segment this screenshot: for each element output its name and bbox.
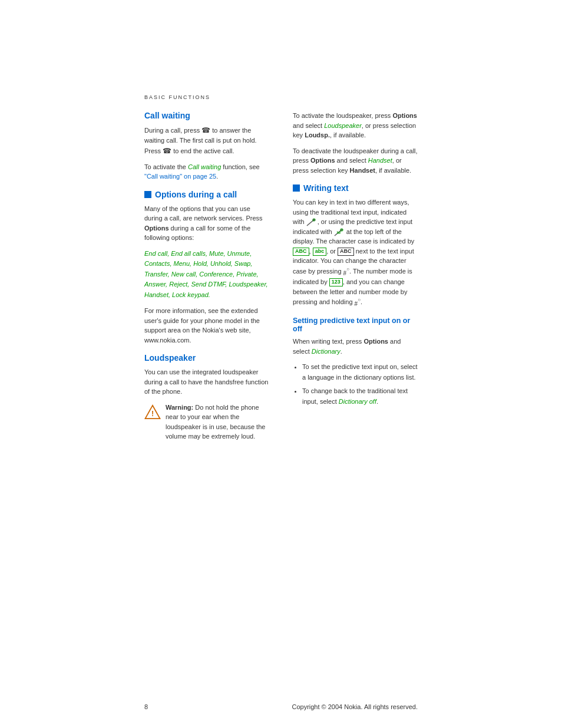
options-during-call-heading: Options during a call	[144, 190, 269, 199]
call-waiting-link[interactable]: Call waiting	[188, 163, 221, 170]
num-indicator: 123	[329, 278, 343, 286]
warning-box: ! Warning: Do not hold the phone near to…	[144, 403, 269, 442]
loudspeaker-continued-section: To activate the loudspeaker, press Optio…	[293, 111, 418, 175]
blue-square-icon	[144, 191, 151, 198]
copyright-text: Copyright © 2004 Nokia. All rights reser…	[292, 703, 418, 710]
dictionary-off-link[interactable]: Dictionary off	[339, 398, 376, 405]
options-bold-right2: Options	[310, 157, 335, 164]
traditional-input-icon	[306, 218, 316, 226]
call-waiting-section: Call waiting During a call, press ☎ to a…	[144, 111, 269, 182]
options-bold: Options	[144, 225, 169, 232]
see-link[interactable]: "Call waiting" on page 25	[144, 173, 216, 180]
loudspeaker-section: Loudspeaker You can use the integrated l…	[144, 353, 269, 442]
handset-link[interactable]: Handset	[368, 157, 392, 164]
call-waiting-para2: To activate the Call waiting function, s…	[144, 162, 269, 182]
predictive-bullet-list: To set the predictive text input on, sel…	[293, 362, 418, 407]
options-para2: For more information, see the extended u…	[144, 306, 269, 345]
loudspeaker-cont-para2: To deactivate the loudspeaker during a c…	[293, 146, 418, 176]
two-col-layout: Call waiting During a call, press ☎ to a…	[0, 111, 562, 693]
content-area: Basic functions Call waiting During a ca…	[0, 94, 562, 693]
char-abc-upper: ABC	[293, 248, 309, 256]
loudspeaker-para1: You can use the integrated loudspeaker d…	[144, 367, 269, 397]
options-para1: Many of the options that you can use dur…	[144, 204, 269, 243]
dictionary-link[interactable]: Dictionary	[312, 348, 340, 355]
page: Basic functions Call waiting During a ca…	[0, 0, 562, 728]
writing-text-para: You can key in text in two different way…	[293, 197, 418, 308]
warning-bold: Warning:	[166, 404, 193, 411]
circle-symbol-1: ○	[346, 266, 349, 272]
left-column: Call waiting During a call, press ☎ to a…	[144, 111, 269, 693]
warning-icon: !	[144, 404, 161, 420]
char-abc-bold: ABC	[338, 248, 354, 256]
options-list: End call, End all calls, Mute, Unmute, C…	[144, 249, 269, 301]
options-bold-pred: Options	[363, 338, 388, 345]
char-abc-lower: abc	[313, 248, 327, 256]
right-column: To activate the loudspeaker, press Optio…	[293, 111, 418, 693]
setting-predictive-section: Setting predictive text input on or off …	[293, 317, 418, 407]
svg-line-4	[307, 225, 308, 226]
footer: 8 Copyright © 2004 Nokia. All rights res…	[0, 703, 562, 710]
page-number: 8	[144, 703, 148, 710]
call-waiting-heading: Call waiting	[144, 111, 269, 120]
loudspeaker-cont-para1: To activate the loudspeaker, press Optio…	[293, 111, 418, 140]
options-bold-right: Options	[392, 112, 417, 119]
handset-bold: Handset	[350, 167, 375, 174]
svg-text:!: !	[151, 410, 154, 418]
bullet-item-1: To set the predictive text input on, sel…	[302, 362, 418, 383]
warning-text: Warning: Do not hold the phone near to y…	[166, 403, 269, 442]
svg-line-9	[335, 235, 335, 236]
loudsp-bold: Loudsp.	[305, 131, 330, 139]
options-during-call-section: Options during a call Many of the option…	[144, 190, 269, 345]
writing-text-heading: Writing text	[293, 183, 418, 193]
bullet-item-2: To change back to the traditional text i…	[302, 386, 418, 407]
loudspeaker-link[interactable]: Loudspeaker	[324, 122, 362, 129]
predictive-input-icon	[334, 228, 345, 236]
blue-square-icon-2	[293, 185, 300, 192]
loudspeaker-heading: Loudspeaker	[144, 353, 269, 363]
circle-symbol-2: ○	[358, 297, 361, 302]
setting-predictive-heading: Setting predictive text input on or off	[293, 317, 418, 333]
call-waiting-para1: During a call, press ☎ to answer the wai…	[144, 125, 269, 156]
section-label: Basic functions	[0, 94, 562, 100]
writing-text-section: Writing text You can key in text in two …	[293, 183, 418, 308]
setting-predictive-para: When writing text, press Options and sel…	[293, 337, 418, 356]
